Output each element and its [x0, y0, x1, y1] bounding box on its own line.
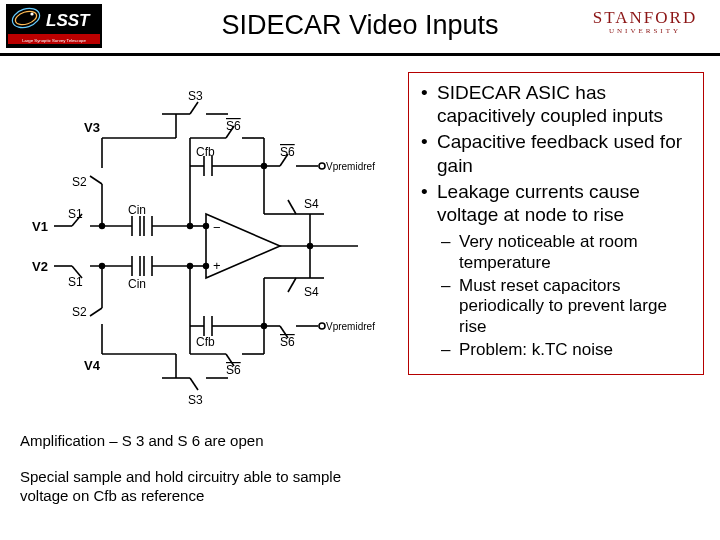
svg-text:S6: S6: [226, 363, 241, 377]
svg-point-34: [204, 264, 209, 269]
header: LSST Large Synoptic Survey Telescope SID…: [0, 0, 720, 56]
svg-text:−: −: [213, 220, 221, 235]
svg-text:Cin: Cin: [128, 277, 146, 291]
caption-amplification: Amplification – S 3 and S 6 are open: [20, 432, 264, 449]
bullet-sub: Must reset capacitors periodically to pr…: [441, 276, 695, 338]
svg-text:V4: V4: [84, 358, 101, 373]
svg-point-75: [100, 264, 105, 269]
svg-point-60: [100, 224, 105, 229]
divider: [0, 53, 720, 56]
svg-text:S4: S4: [304, 197, 319, 211]
stanford-name: STANFORD: [580, 8, 710, 28]
svg-point-73: [188, 264, 193, 269]
svg-text:V3: V3: [84, 120, 100, 135]
svg-text:V1: V1: [32, 219, 48, 234]
svg-text:S1: S1: [68, 275, 83, 289]
bullet-main: Capacitive feedback used for gain: [417, 130, 695, 176]
svg-text:Cfb: Cfb: [196, 335, 215, 349]
svg-point-48: [319, 323, 325, 329]
circuit-diagram: − +: [28, 74, 376, 418]
stanford-logo: STANFORD UNIVERSITY: [580, 8, 710, 35]
svg-point-58: [188, 224, 193, 229]
svg-text:S6: S6: [226, 119, 241, 133]
svg-point-30: [319, 163, 325, 169]
bullet-sub: Very noticeable at room temperature: [441, 232, 695, 273]
bullet-sub: Problem: k.TC noise: [441, 340, 695, 361]
svg-text:Cin: Cin: [128, 203, 146, 217]
svg-text:Vpremidref: Vpremidref: [326, 161, 375, 172]
svg-text:S1: S1: [68, 207, 83, 221]
svg-text:S6: S6: [280, 335, 295, 349]
svg-text:Vpremidref: Vpremidref: [326, 321, 375, 332]
svg-text:S2: S2: [72, 305, 87, 319]
svg-text:S3: S3: [188, 89, 203, 103]
bullet-box: SIDECAR ASIC has capacitively coupled in…: [408, 72, 704, 375]
svg-text:V2: V2: [32, 259, 48, 274]
svg-text:+: +: [213, 258, 221, 273]
svg-text:S2: S2: [72, 175, 87, 189]
stanford-sub: UNIVERSITY: [580, 27, 710, 35]
svg-text:S4: S4: [304, 285, 319, 299]
svg-point-16: [204, 224, 209, 229]
bullet-main: SIDECAR ASIC has capacitively coupled in…: [417, 81, 695, 127]
svg-text:S3: S3: [188, 393, 203, 407]
caption-sample-hold: Special sample and hold circuitry able t…: [20, 468, 360, 506]
svg-text:Cfb: Cfb: [196, 145, 215, 159]
svg-text:S6: S6: [280, 145, 295, 159]
bullet-main: Leakage currents cause voltage at node t…: [417, 180, 695, 226]
